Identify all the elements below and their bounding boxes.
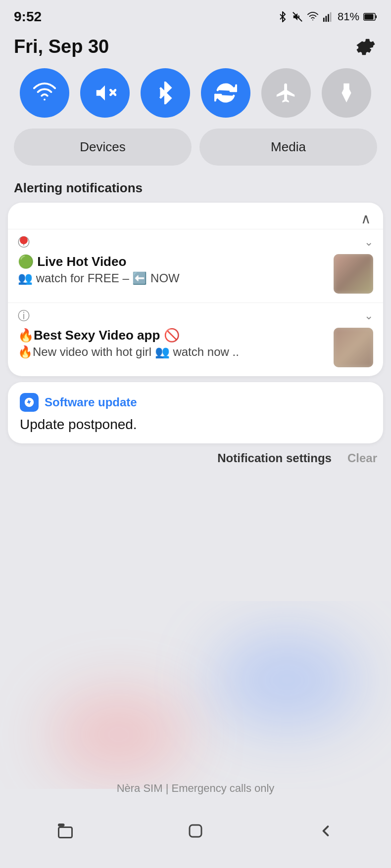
wifi-icon (307, 11, 319, 22)
settings-icon[interactable] (353, 35, 377, 58)
software-update-card[interactable]: Software update Update postponed. (8, 382, 383, 443)
header-row: Fri, Sep 30 (0, 30, 391, 68)
notif-thumb-1 (334, 254, 373, 294)
devices-media-row: Devices Media (0, 129, 391, 176)
svg-rect-12 (190, 825, 201, 837)
red-blob (49, 690, 188, 779)
red-dot-1 (20, 236, 28, 244)
svg-rect-11 (58, 827, 72, 838)
expand-icon-1[interactable]: ⌄ (364, 236, 373, 249)
svg-rect-3 (328, 14, 329, 22)
airplane-toggle[interactable] (261, 68, 311, 118)
notif-info-row-1: ⓘ ⌄ (18, 234, 373, 250)
clear-button[interactable]: Clear (347, 451, 377, 465)
update-app-icon (20, 393, 39, 412)
update-header: Software update (20, 393, 371, 412)
notif-body-2: 🔥New video with hot girl 👥 watch now .. (18, 345, 327, 359)
svg-rect-4 (330, 12, 332, 22)
notif-thumb-2 (334, 328, 373, 367)
expand-icon-2[interactable]: ⌄ (364, 309, 373, 322)
notif-actions: Notification settings Clear (0, 449, 391, 471)
collapse-bar[interactable]: ∧ (8, 203, 383, 229)
bluetooth-toggle[interactable] (141, 68, 190, 118)
status-icons: 81% (277, 10, 377, 23)
battery-icon (363, 12, 377, 21)
svg-rect-1 (323, 18, 325, 22)
svg-rect-10 (58, 825, 64, 826)
devices-button[interactable]: Devices (14, 129, 192, 166)
recents-nav[interactable] (48, 819, 83, 843)
notif-title-2: 🔥Best Sexy Video app 🚫 (18, 328, 327, 343)
notification-item-2: ⓘ ⌄ 🔥Best Sexy Video app 🚫 🔥New video wi… (8, 303, 383, 376)
notification-settings-button[interactable]: Notification settings (217, 451, 332, 465)
mute-icon (292, 11, 303, 22)
notif-title-1: 🟢 Live Hot Video (18, 254, 327, 269)
media-button[interactable]: Media (199, 129, 377, 166)
svg-rect-6 (376, 15, 377, 18)
flashlight-toggle[interactable] (322, 68, 371, 118)
quick-toggles (0, 68, 391, 129)
notification-card: ∧ ⓘ ⌄ 🟢 Live Hot Video 👥 watch for FREE … (8, 203, 383, 376)
home-nav[interactable] (178, 819, 213, 843)
notif-content-2: 🔥Best Sexy Video app 🚫 🔥New video with h… (18, 328, 373, 367)
sound-toggle[interactable] (80, 68, 130, 118)
notif-content-1: 🟢 Live Hot Video 👥 watch for FREE – ⬅️ N… (18, 254, 373, 294)
notif-body-1: 👥 watch for FREE – ⬅️ NOW (18, 271, 327, 285)
status-time: 9:52 (14, 9, 42, 25)
update-message: Update postponed. (20, 417, 371, 433)
notif-text-1: 🟢 Live Hot Video 👥 watch for FREE – ⬅️ N… (18, 254, 327, 285)
back-nav[interactable] (308, 819, 343, 843)
sim-info: Nèra SIM | Emergency calls only (0, 782, 391, 795)
bluetooth-icon (277, 11, 288, 22)
svg-rect-2 (325, 16, 327, 22)
bg-blur-area (0, 601, 391, 789)
update-app-name: Software update (45, 395, 137, 409)
chevron-up-icon[interactable]: ∧ (361, 211, 371, 227)
signal-icon (323, 11, 334, 22)
blue-blob (213, 631, 361, 730)
header-date: Fri, Sep 30 (14, 36, 109, 57)
sync-toggle[interactable] (201, 68, 250, 118)
info-icon-2[interactable]: ⓘ (18, 308, 30, 324)
notif-text-2: 🔥Best Sexy Video app 🚫 🔥New video with h… (18, 328, 327, 359)
notification-item-1: ⓘ ⌄ 🟢 Live Hot Video 👥 watch for FREE – … (8, 229, 383, 303)
wifi-toggle[interactable] (20, 68, 69, 118)
section-label: Alerting notifications (0, 176, 391, 203)
svg-rect-7 (365, 14, 374, 20)
status-bar: 9:52 81% (0, 0, 391, 30)
notif-info-row-2: ⓘ ⌄ (18, 308, 373, 324)
battery-text: 81% (338, 10, 359, 23)
navigation-bar (0, 804, 391, 868)
